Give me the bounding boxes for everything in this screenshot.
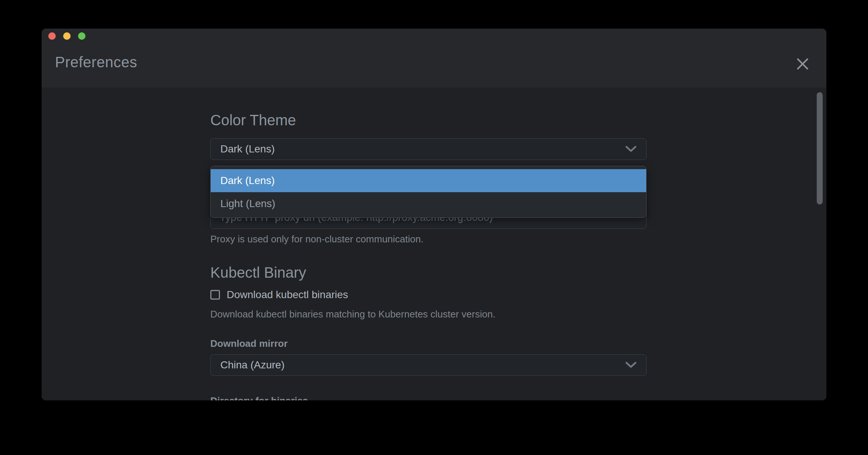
download-mirror-select-value: China (Azure): [220, 359, 625, 371]
dropdown-option-label: Light (Lens): [220, 198, 275, 210]
color-theme-dropdown: Dark (Lens) Light (Lens): [210, 166, 647, 218]
close-button[interactable]: [794, 55, 812, 73]
color-theme-select-value: Dark (Lens): [220, 143, 625, 155]
close-window-button[interactable]: [48, 32, 56, 40]
dropdown-option-label: Dark (Lens): [220, 175, 275, 187]
kubectl-binary-heading: Kubectl Binary: [210, 264, 647, 281]
dropdown-option-dark-lens[interactable]: Dark (Lens): [211, 169, 646, 192]
vertical-scrollbar-thumb[interactable]: [817, 92, 823, 204]
download-mirror-label: Download mirror: [210, 338, 288, 349]
kubectl-hint-text: Download kubectl binaries matching to Ku…: [210, 308, 495, 320]
color-theme-select[interactable]: Dark (Lens): [210, 138, 647, 160]
download-kubectl-checkbox[interactable]: [210, 290, 220, 300]
page-title: Preferences: [55, 53, 137, 71]
title-bar: Preferences: [42, 29, 826, 87]
minimize-window-button[interactable]: [63, 32, 71, 40]
preferences-window: Preferences Color Theme Dark (Lens): [42, 29, 826, 400]
download-kubectl-checkbox-label: Download kubectl binaries: [227, 289, 348, 301]
dropdown-option-light-lens[interactable]: Light (Lens): [211, 192, 646, 215]
chevron-down-icon: [625, 146, 637, 152]
directory-for-binaries-label: Directory for binaries: [210, 395, 308, 400]
maximize-window-button[interactable]: [78, 32, 85, 40]
close-icon: [796, 57, 810, 72]
proxy-hint-text: Proxy is used only for non-cluster commu…: [210, 233, 424, 245]
chevron-down-icon: [625, 362, 637, 368]
download-kubectl-checkbox-row[interactable]: Download kubectl binaries: [210, 289, 348, 301]
color-theme-heading: Color Theme: [210, 111, 647, 129]
traffic-lights: [48, 32, 85, 40]
preferences-content: [42, 87, 826, 400]
screen: Preferences Color Theme Dark (Lens): [0, 0, 868, 455]
download-mirror-select[interactable]: China (Azure): [210, 354, 647, 376]
